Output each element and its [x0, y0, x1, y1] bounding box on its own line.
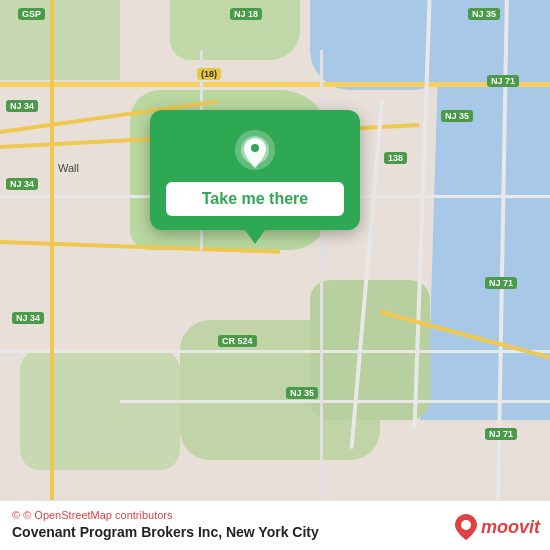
water-body-top-right [310, 0, 470, 90]
shield-nj35-lower: NJ 35 [286, 387, 318, 399]
shield-nj18: NJ 18 [230, 8, 262, 20]
moovit-pin-icon [455, 514, 477, 540]
shield-18-circle: (18) [197, 68, 221, 80]
road-gsp-v [50, 0, 54, 550]
popup-pointer [245, 230, 265, 244]
location-title: Covenant Program Brokers Inc, New York C… [12, 524, 319, 540]
take-me-there-button[interactable]: Take me there [166, 182, 344, 216]
wall-label: Wall [58, 162, 79, 174]
location-pin [233, 128, 277, 172]
map: GSP NJ 18 NJ 35 NJ 34 NJ 35 NJ 71 (18) N… [0, 0, 550, 550]
copyright-symbol: © [12, 509, 20, 521]
shield-nj34-upper: NJ 34 [6, 100, 38, 112]
moovit-logo: moovit [455, 514, 540, 540]
road-cr524-h [0, 350, 550, 353]
shield-138: 138 [384, 152, 407, 164]
svg-point-3 [251, 144, 259, 152]
svg-point-4 [461, 520, 471, 530]
shield-nj35-top: NJ 35 [468, 8, 500, 20]
shield-nj71-upper: NJ 71 [487, 75, 519, 87]
road-nj18-h [0, 82, 550, 87]
bottom-bar: © © OpenStreetMap contributors Covenant … [0, 500, 550, 550]
shield-nj34-bottom: NJ 34 [12, 312, 44, 324]
road-minor-h2 [120, 400, 550, 403]
attribution-label: © OpenStreetMap contributors [23, 509, 172, 521]
moovit-text: moovit [481, 517, 540, 538]
shield-cr524: CR 524 [218, 335, 257, 347]
shield-nj35-mid: NJ 35 [441, 110, 473, 122]
green-area-lower-left [20, 350, 180, 470]
popup-card: Take me there [150, 110, 360, 230]
shield-gsp: GSP [18, 8, 45, 20]
shield-nj71-mid: NJ 71 [485, 277, 517, 289]
shield-nj34-lower: NJ 34 [6, 178, 38, 190]
shield-nj71-lower: NJ 71 [485, 428, 517, 440]
